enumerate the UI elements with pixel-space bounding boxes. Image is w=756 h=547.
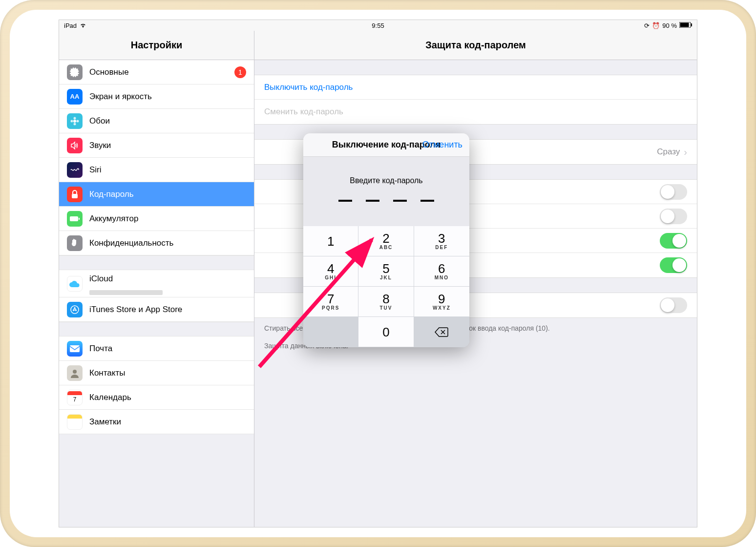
alarm-icon: ⏰ [652,22,660,29]
battery-icon [679,22,692,29]
flower-icon [67,113,83,129]
sidebar-item-mail[interactable]: Почта [59,337,254,361]
key-5[interactable]: 5JKL [358,256,414,287]
sidebar-item-label: Siri [89,165,246,175]
sidebar-item-general[interactable]: Основные 1 [59,60,254,84]
passcode-dash [393,200,407,202]
sidebar-item-label: Основные [89,67,228,77]
notification-badge: 1 [234,66,246,78]
require-value: Сразу [657,147,680,157]
sidebar-item-appstore[interactable]: iTunes Store и App Store [59,297,254,322]
svg-point-13 [73,370,77,374]
svg-point-6 [71,120,73,122]
sidebar-item-label: Контакты [89,368,246,378]
calendar-icon: 7 [67,390,83,405]
sidebar-item-label: Заметки [89,417,246,427]
sidebar-title: Настройки [59,31,254,60]
svg-rect-10 [79,218,80,220]
gear-icon [67,64,83,80]
ipad-device: iPad 9:55 ⟳ ⏰ 90 % Настройки Основные 1 … [0,0,756,547]
svg-point-11 [71,306,79,314]
svg-point-4 [74,117,76,119]
icloud-account-redacted [89,290,163,295]
chevron-right-icon: › [684,147,687,158]
key-1[interactable]: 1 [303,226,358,256]
appstore-icon [67,302,83,317]
sidebar-item-display[interactable]: AA Экран и яркость [59,84,254,109]
key-blank [303,317,358,347]
passcode-prompt: Введите код-пароль [303,176,469,185]
battery-icon [67,211,83,227]
popover-header: Выключение код-пароля Отменить [303,133,469,157]
key-7[interactable]: 7PQRS [303,287,358,317]
toggle-switch[interactable] [660,233,687,249]
sidebar-item-label: Конфиденциальность [89,238,246,248]
device-name: iPad [64,22,77,29]
sidebar-item-label: Аккумулятор [89,214,246,224]
sidebar-item-siri[interactable]: Siri [59,158,254,182]
sidebar-item-label: Код-пароль [89,189,246,199]
svg-rect-2 [691,23,692,26]
lock-icon [67,187,83,202]
cancel-button[interactable]: Отменить [422,140,462,150]
sidebar-item-label: iTunes Store и App Store [89,305,246,315]
disable-passcode-row[interactable]: Выключить код-пароль [254,75,697,100]
clock: 9:55 [372,22,384,29]
sidebar-item-sounds[interactable]: Звуки [59,133,254,158]
passcode-dash [420,200,434,202]
settings-sidebar: Настройки Основные 1 AA Экран и яркость … [59,31,254,527]
passcode-dash [338,200,352,202]
svg-point-5 [74,123,76,125]
orientation-lock-icon: ⟳ [644,22,650,29]
svg-rect-9 [70,216,78,221]
siri-icon [67,162,83,178]
sidebar-item-privacy[interactable]: Конфиденциальность [59,231,254,255]
wifi-icon [80,22,86,29]
sidebar-item-label: Календарь [89,393,246,402]
key-8[interactable]: 8TUV [358,287,414,317]
text-size-icon: AA [67,89,83,105]
change-passcode-row[interactable]: Сменить код-пароль [254,100,697,124]
sidebar-item-passcode[interactable]: Код-пароль [59,182,254,207]
toggle-switch[interactable] [660,257,687,273]
notes-icon [67,414,83,430]
toggle-switch[interactable] [660,184,687,200]
key-0[interactable]: 0 [358,317,414,347]
battery-pct: 90 % [662,22,677,29]
key-backspace[interactable] [414,317,469,347]
hand-icon [67,235,83,251]
svg-rect-12 [70,345,80,352]
page-title: Защита код-паролем [254,31,697,60]
sidebar-item-notes[interactable]: Заметки [59,410,254,434]
sidebar-item-calendar[interactable]: 7 Календарь [59,385,254,410]
mail-icon [67,341,83,357]
sidebar-item-label: Обои [89,116,246,126]
sidebar-item-label: Почта [89,344,246,354]
sidebar-item-icloud[interactable]: iCloud [59,270,254,297]
key-2[interactable]: 2ABC [358,226,414,256]
sidebar-item-label: iCloud [89,274,246,284]
passcode-popover: Выключение код-пароля Отменить Введите к… [303,133,469,347]
cloud-icon [67,276,83,292]
svg-rect-8 [72,194,78,198]
key-4[interactable]: 4GHI [303,256,358,287]
passcode-dash [366,200,379,202]
toggle-switch[interactable] [660,209,687,224]
sidebar-item-wallpaper[interactable]: Обои [59,109,254,133]
numeric-keypad: 1 2ABC 3DEF 4GHI 5JKL 6MNO 7PQRS 8TUV 9W… [303,226,469,347]
key-9[interactable]: 9WXYZ [414,287,469,317]
svg-point-3 [73,120,76,123]
passcode-dashes [303,200,469,202]
key-6[interactable]: 6MNO [414,256,469,287]
sidebar-item-contacts[interactable]: Контакты [59,361,254,385]
screen: iPad 9:55 ⟳ ⏰ 90 % Настройки Основные 1 … [59,20,697,527]
status-bar: iPad 9:55 ⟳ ⏰ 90 % [59,20,697,31]
toggle-switch[interactable] [660,297,687,313]
sidebar-item-label: Экран и яркость [89,92,246,102]
sidebar-item-battery[interactable]: Аккумулятор [59,207,254,231]
svg-rect-1 [680,22,689,27]
key-3[interactable]: 3DEF [414,226,469,256]
speaker-icon [67,138,83,153]
contact-icon [67,365,83,381]
sidebar-item-label: Звуки [89,141,246,150]
